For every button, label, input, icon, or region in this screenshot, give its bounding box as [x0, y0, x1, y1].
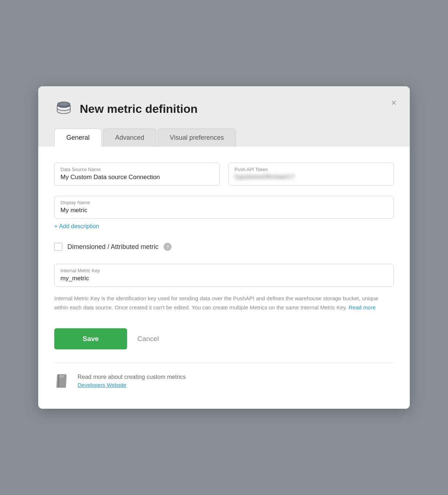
- modal-body: Data Source Name My Custom Data source C…: [38, 147, 410, 409]
- dimensioned-checkbox[interactable]: [54, 243, 62, 251]
- tab-visual-preferences[interactable]: Visual preferences: [158, 128, 236, 147]
- data-source-name-label: Data Source Name: [60, 167, 213, 172]
- svg-rect-9: [58, 375, 59, 387]
- push-api-token-value: fygvjkwselifkcbaet17: [235, 174, 295, 180]
- push-api-token-field: Push API Token fygvjkwselifkcbaet17: [228, 163, 394, 186]
- metric-icon: [54, 99, 73, 118]
- developers-website-link[interactable]: Developers Website: [78, 382, 126, 388]
- svg-rect-6: [58, 375, 66, 387]
- dimensioned-checkbox-row: Dimensioned / Attributed metric ?: [54, 243, 394, 251]
- display-name-row: Display Name: [54, 196, 394, 219]
- modal-header: New metric definition × General Advanced…: [38, 86, 410, 147]
- save-button[interactable]: Save: [54, 328, 127, 349]
- description-body: Internal Metric Key is the identificatio…: [54, 295, 378, 310]
- tabs-container: General Advanced Visual preferences: [54, 128, 394, 147]
- internal-metric-key-label: Internal Metric Key: [60, 268, 388, 273]
- modal-backdrop: New metric definition × General Advanced…: [0, 0, 448, 495]
- help-icon[interactable]: ?: [164, 243, 172, 251]
- section-divider: [54, 363, 394, 363]
- modal-container: New metric definition × General Advanced…: [38, 86, 410, 409]
- data-source-name-value: My Custom Data source Connection: [60, 174, 160, 181]
- footer-text-block: Read more about creating custom metrics …: [78, 374, 186, 388]
- display-name-input[interactable]: [60, 207, 388, 214]
- close-button[interactable]: ×: [391, 98, 397, 107]
- add-description-link[interactable]: + Add description: [54, 223, 99, 230]
- svg-rect-7: [59, 376, 64, 376]
- display-name-label: Display Name: [60, 200, 388, 205]
- footer-info: Read more about creating custom metrics …: [54, 373, 394, 393]
- internal-metric-key-input[interactable]: [60, 275, 388, 282]
- description-text: Internal Metric Key is the identificatio…: [54, 294, 394, 312]
- dimensioned-label: Dimensioned / Attributed metric: [67, 243, 158, 251]
- data-source-name-field: Data Source Name My Custom Data source C…: [54, 163, 220, 186]
- read-more-link[interactable]: Read more: [349, 304, 376, 310]
- book-icon: [54, 373, 70, 389]
- footer-caption: Read more about creating custom metrics: [78, 374, 186, 380]
- display-name-field[interactable]: Display Name: [54, 196, 394, 219]
- modal-title: New metric definition: [80, 102, 198, 116]
- internal-metric-key-field[interactable]: Internal Metric Key: [54, 264, 394, 287]
- svg-point-3: [59, 103, 68, 106]
- push-api-token-label: Push API Token: [235, 167, 388, 172]
- svg-rect-8: [59, 377, 64, 378]
- title-row: New metric definition ×: [54, 99, 394, 118]
- action-row: Save Cancel: [54, 328, 394, 349]
- tab-general[interactable]: General: [54, 128, 102, 147]
- top-fields-row: Data Source Name My Custom Data source C…: [54, 163, 394, 186]
- internal-metric-key-row: Internal Metric Key: [54, 264, 394, 287]
- tab-advanced[interactable]: Advanced: [103, 128, 156, 147]
- cancel-button[interactable]: Cancel: [137, 335, 159, 343]
